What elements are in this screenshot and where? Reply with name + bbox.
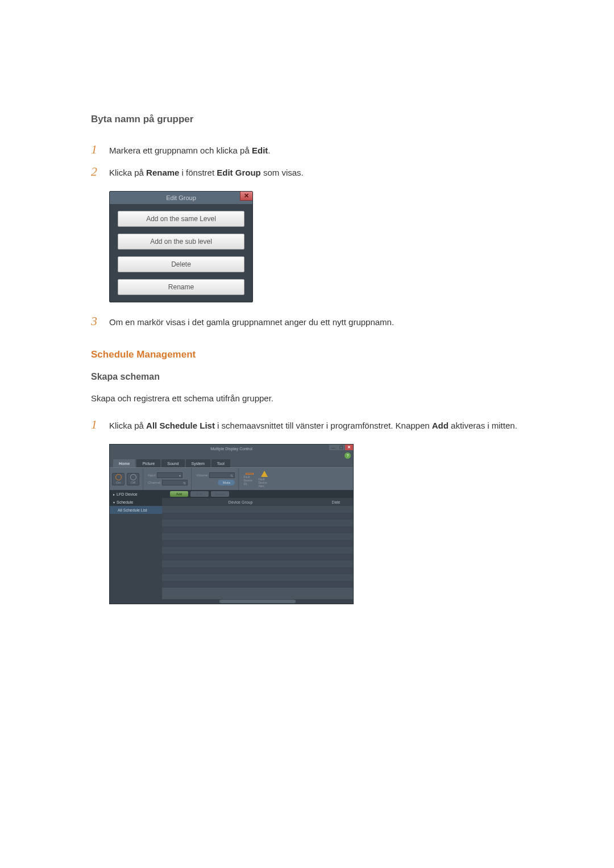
monitor-icon <box>246 473 254 475</box>
sidebar-fill <box>110 514 162 604</box>
table-row <box>162 560 353 567</box>
table-row <box>162 574 353 581</box>
volume-stepper[interactable]: ⇅ <box>209 472 235 478</box>
close-button[interactable]: ✕ <box>345 445 353 450</box>
table-row <box>162 554 353 560</box>
step2-mid: i fönstret <box>179 168 217 177</box>
step-number: 1 <box>91 417 109 432</box>
warning-icon <box>261 471 268 477</box>
delete-button: Delete <box>211 491 229 497</box>
step-text: Markera ett gruppnamn och klicka på Edit… <box>109 144 270 157</box>
step-number: 1 <box>91 142 109 157</box>
subheading-create-schedules: Skapa scheman <box>91 372 523 382</box>
ribbon-input-group: Input ▾ Channel ⇅ <box>148 468 192 490</box>
col-device-group: Device Group <box>162 498 319 506</box>
tab-picture[interactable]: Picture <box>136 459 160 467</box>
app-body: LFD Device Schedule All Schedule List Ad… <box>110 490 353 604</box>
step-row: 3 Om en markör visas i det gamla gruppna… <box>91 314 523 329</box>
minimize-button[interactable]: — <box>329 445 337 450</box>
step2-bold2: Edit Group <box>217 168 261 177</box>
s2step1-bold2: Add <box>432 421 449 430</box>
mute-button[interactable]: Mute <box>218 480 235 485</box>
table-body <box>162 506 353 599</box>
step1-bold: Edit <box>252 146 268 155</box>
main-panel: Add Edit Delete Device Group Date <box>162 490 353 604</box>
step-row: 2 Klicka på Rename i fönstret Edit Group… <box>91 164 523 180</box>
sidebar-item-all-schedule-list[interactable]: All Schedule List <box>110 506 162 514</box>
power-on-button[interactable]: On <box>112 473 125 485</box>
s2step1-prefix: Klicka på <box>109 421 146 430</box>
power-off-label: Off <box>131 481 135 484</box>
step2-prefix: Klicka på <box>109 168 146 177</box>
window-buttons: — ▢ ✕ <box>329 445 353 450</box>
add-sub-level-button[interactable]: Add on the sub level <box>118 234 244 250</box>
tab-sound[interactable]: Sound <box>161 459 184 467</box>
step-text: Klicka på All Schedule List i schemaavsn… <box>109 419 517 433</box>
edit-group-dialog: Edit Group ✕ Add on the same Level Add o… <box>109 191 253 302</box>
s2step1-bold1: All Schedule List <box>146 421 215 430</box>
power-on-icon <box>115 474 122 480</box>
maximize-button[interactable]: ▢ <box>337 445 345 450</box>
tab-tool[interactable]: Tool <box>211 459 230 467</box>
help-row: ? <box>110 452 353 459</box>
dialog-body: Add on the same Level Add on the sub lev… <box>110 204 252 302</box>
app-titlebar: Multiple Display Control — ▢ ✕ <box>110 445 353 452</box>
power-on-label: On <box>116 481 121 484</box>
input-dropdown[interactable]: ▾ <box>157 472 182 478</box>
dialog-title-text: Edit Group <box>166 194 196 201</box>
body-text: Skapa och registrera ett schema utifrån … <box>91 393 523 403</box>
step-text: Klicka på Rename i fönstret Edit Group s… <box>109 166 304 180</box>
help-button[interactable]: ? <box>345 452 351 459</box>
sidebar-section-lfd[interactable]: LFD Device <box>110 490 162 498</box>
ribbon-fault-group: Fault Device (0) Fault Device Alert <box>243 468 274 490</box>
fault-alert-label: Fault Device Alert <box>258 477 271 488</box>
step2-bold1: Rename <box>146 168 179 177</box>
add-same-level-button[interactable]: Add on the same Level <box>118 211 244 227</box>
ribbon-tabs: Home Picture Sound System Tool <box>110 459 353 467</box>
sidebar: LFD Device Schedule All Schedule List <box>110 490 162 604</box>
ribbon-power-group: On Off <box>112 468 143 490</box>
channel-stepper[interactable]: ⇅ <box>162 480 188 485</box>
power-off-icon <box>130 474 136 480</box>
s2step1-mid: i schemaavsnittet till vänster i program… <box>215 421 432 430</box>
add-button[interactable]: Add <box>170 491 188 497</box>
table-row <box>162 520 353 526</box>
fault-device-button[interactable]: Fault Device (0) <box>243 473 256 485</box>
s2step1-rest: aktiveras i mitten. <box>449 421 517 430</box>
table-row <box>162 533 353 540</box>
table-header: Device Group Date <box>162 498 353 506</box>
rename-button[interactable]: Rename <box>118 279 244 295</box>
table-row <box>162 506 353 513</box>
table-row <box>162 540 353 547</box>
input-label: Input <box>148 474 155 477</box>
step1-prefix: Markera ett gruppnamn och klicka på <box>109 146 252 155</box>
sidebar-section-schedule[interactable]: Schedule <box>110 498 162 506</box>
delete-button[interactable]: Delete <box>118 256 244 272</box>
table-row <box>162 526 353 533</box>
close-button[interactable]: ✕ <box>240 192 252 201</box>
power-off-button[interactable]: Off <box>127 473 139 485</box>
tab-system[interactable]: System <box>186 459 210 467</box>
step-row: 1 Markera ett gruppnamn och klicka på Ed… <box>91 142 523 157</box>
app-window: Multiple Display Control — ▢ ✕ ? Home Pi… <box>109 444 354 604</box>
table-row <box>162 567 353 574</box>
horizontal-scrollbar[interactable] <box>162 599 353 604</box>
edit-group-dialog-figure: Edit Group ✕ Add on the same Level Add o… <box>109 191 523 302</box>
app-title: Multiple Display Control <box>210 447 252 451</box>
volume-label: Volume <box>196 474 208 477</box>
heading-schedule-management: Schedule Management <box>91 349 523 360</box>
ribbon: On Off Input ▾ Channel ⇅ <box>110 467 353 490</box>
step-number: 3 <box>91 314 109 329</box>
section-title-rename: Byta namn på grupper <box>91 114 523 125</box>
tab-home[interactable]: Home <box>113 459 135 467</box>
step-number: 2 <box>91 164 109 179</box>
col-date: Date <box>319 498 353 506</box>
toolbar: Add Edit Delete <box>162 490 353 498</box>
table-row <box>162 513 353 520</box>
step2-rest: som visas. <box>261 168 304 177</box>
dialog-titlebar: Edit Group ✕ <box>110 192 252 204</box>
edit-button: Edit <box>190 491 209 497</box>
fault-alert-button[interactable]: Fault Device Alert <box>258 473 271 485</box>
step-row: 1 Klicka på All Schedule List i schemaav… <box>91 417 523 433</box>
table-row <box>162 547 353 554</box>
